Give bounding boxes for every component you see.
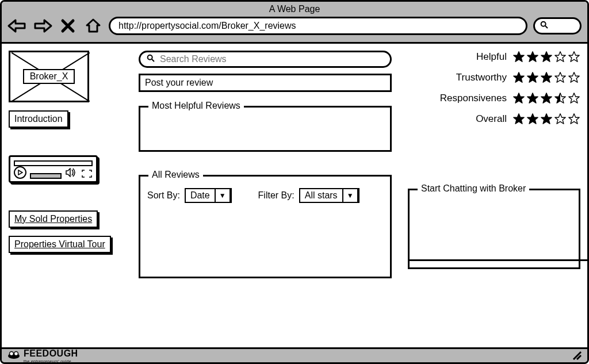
sidebar-item-sold-properties[interactable]: My Sold Properties bbox=[9, 210, 98, 228]
main-content: Post your review Most Helpful Reviews Al… bbox=[139, 51, 580, 327]
all-reviews-panel: All Reviews Sort By: Date ▼ Filter By: A… bbox=[139, 175, 392, 278]
ratings-block: HelpfulTrustworthyResponsivenesOverall bbox=[408, 51, 580, 125]
close-icon[interactable] bbox=[58, 17, 78, 35]
browser-chrome: A Web Page bbox=[2, 2, 587, 44]
page-body: Broker_X Introduction My Sold Properties… bbox=[2, 44, 587, 334]
svg-point-0 bbox=[541, 22, 546, 26]
svg-point-3 bbox=[148, 55, 152, 60]
search-reviews[interactable] bbox=[139, 51, 392, 68]
rating-label: Overall bbox=[476, 113, 507, 125]
sidebar: Broker_X Introduction My Sold Properties… bbox=[9, 51, 129, 327]
url-bar[interactable] bbox=[109, 17, 527, 35]
fullscreen-icon[interactable] bbox=[81, 168, 93, 179]
reviews-column: Post your review Most Helpful Reviews Al… bbox=[139, 51, 396, 327]
broker-image-label: Broker_X bbox=[23, 69, 75, 84]
rating-stars bbox=[512, 92, 580, 105]
play-icon[interactable] bbox=[14, 166, 26, 179]
media-progress-slider[interactable] bbox=[30, 173, 62, 179]
browser-search[interactable] bbox=[533, 17, 582, 35]
svg-point-7 bbox=[14, 351, 18, 355]
chat-input[interactable] bbox=[410, 259, 589, 275]
filter-by-select[interactable]: All stars ▼ bbox=[299, 188, 359, 203]
most-helpful-reviews-panel: Most Helpful Reviews bbox=[139, 106, 392, 152]
home-icon[interactable] bbox=[83, 17, 103, 35]
broker-image-placeholder: Broker_X bbox=[9, 51, 89, 102]
svg-point-6 bbox=[10, 351, 14, 355]
footer-logo: FEEDOUGH the entrepreneurs' guide bbox=[7, 348, 78, 363]
rating-label: Trustworthy bbox=[456, 72, 507, 83]
sidebar-item-introduction[interactable]: Introduction bbox=[9, 110, 68, 128]
back-arrow-icon[interactable] bbox=[7, 17, 27, 35]
forward-arrow-icon[interactable] bbox=[33, 17, 52, 35]
footer-brand: FEEDOUGH bbox=[24, 348, 78, 359]
sort-by-select[interactable]: Date ▼ bbox=[185, 188, 232, 203]
filter-by-label: Filter By: bbox=[258, 190, 294, 201]
footer-tagline: the entrepreneurs' guide bbox=[24, 359, 78, 363]
chevron-down-icon: ▼ bbox=[343, 189, 358, 202]
rating-row: Overall bbox=[408, 113, 580, 125]
sort-by-label: Sort By: bbox=[147, 190, 180, 201]
rating-label: Responsivenes bbox=[440, 93, 507, 104]
svg-marker-2 bbox=[18, 170, 22, 175]
sidebar-item-virtual-tour[interactable]: Properties Virtual Tour bbox=[9, 236, 111, 253]
most-helpful-legend: Most Helpful Reviews bbox=[148, 101, 244, 111]
volume-icon[interactable] bbox=[65, 166, 78, 179]
rating-row: Trustworthy bbox=[408, 71, 580, 84]
chat-panel: Start Chatting with Broker bbox=[408, 189, 580, 269]
rating-stars bbox=[512, 71, 580, 84]
svg-line-1 bbox=[545, 26, 548, 28]
rating-label: Helpful bbox=[476, 51, 507, 63]
search-reviews-input[interactable] bbox=[159, 53, 384, 65]
rating-stars bbox=[512, 51, 580, 63]
footer-bar: FEEDOUGH the entrepreneurs' guide bbox=[2, 347, 587, 362]
logo-icon bbox=[7, 350, 20, 362]
rating-row: Helpful bbox=[408, 51, 580, 63]
media-player bbox=[9, 155, 98, 183]
reviews-controls: Sort By: Date ▼ Filter By: All stars ▼ bbox=[147, 188, 383, 203]
right-column: HelpfulTrustworthyResponsivenesOverall S… bbox=[408, 51, 580, 327]
url-input[interactable] bbox=[117, 20, 519, 32]
post-review-input[interactable]: Post your review bbox=[139, 74, 392, 92]
rating-stars bbox=[512, 113, 580, 125]
all-reviews-legend: All Reviews bbox=[148, 170, 203, 180]
resize-handle-icon[interactable] bbox=[571, 350, 582, 362]
browser-window: A Web Page bbox=[0, 0, 589, 364]
sort-by-value: Date bbox=[186, 189, 216, 202]
search-icon bbox=[540, 20, 549, 32]
page-title: A Web Page bbox=[7, 4, 582, 14]
browser-toolbar bbox=[7, 17, 582, 35]
chevron-down-icon: ▼ bbox=[216, 189, 231, 202]
rating-row: Responsivenes bbox=[408, 92, 580, 105]
search-icon bbox=[146, 53, 155, 65]
filter-by-value: All stars bbox=[300, 189, 343, 202]
svg-line-4 bbox=[152, 59, 154, 62]
chat-legend: Start Chatting with Broker bbox=[418, 183, 529, 194]
